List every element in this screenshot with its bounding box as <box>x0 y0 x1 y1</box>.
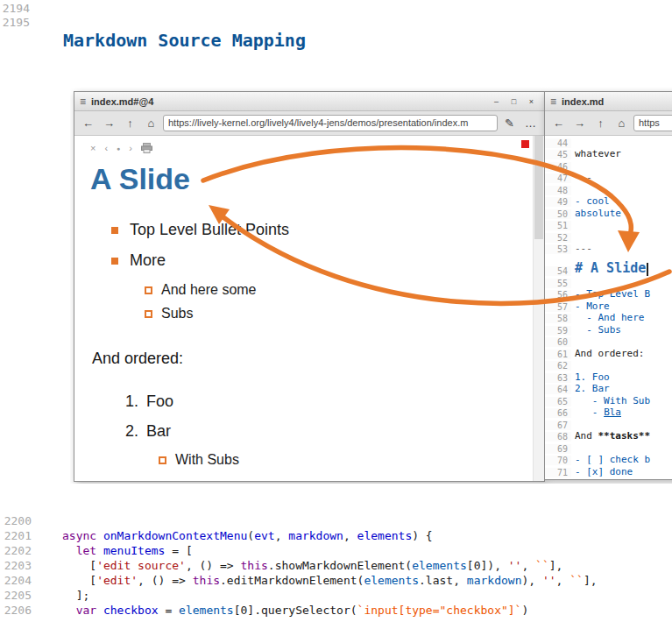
code-line[interactable]: 69 <box>545 442 672 454</box>
rendered-markdown-content: × ‹ ● › A Slide Top Level Bullet PointsM… <box>74 136 544 481</box>
prev-slide-icon[interactable]: ‹ <box>104 143 108 153</box>
code-line[interactable]: 50absolute <box>545 207 672 219</box>
code-token: var <box>76 604 96 617</box>
code-token: let <box>76 544 96 557</box>
code-line[interactable]: 70- [ ] check b <box>545 454 672 466</box>
slide: A Slide Top Level Bullet PointsMoreAnd h… <box>74 136 534 481</box>
window-titlebar[interactable]: ≡ index.md <box>545 92 672 111</box>
code-token: = [ <box>165 544 192 557</box>
code-line[interactable]: 2202 let menuItems = [ <box>0 543 672 558</box>
code-token: ) <box>521 604 528 617</box>
code-text: let menuItems = [ <box>36 543 193 558</box>
window-title: index.md <box>562 96 672 107</box>
line-number: 2206 <box>0 603 36 618</box>
slide-text: Subs <box>161 306 193 322</box>
up-icon[interactable]: ↑ <box>121 115 139 132</box>
code-line[interactable]: 2201async onMarkdownContextMenu(evt, mar… <box>0 528 672 543</box>
bullet-icon <box>145 286 152 294</box>
forward-icon[interactable]: → <box>570 115 589 132</box>
code-line[interactable]: 48 <box>545 183 672 195</box>
code-line[interactable]: 56- Top Level B <box>545 288 672 300</box>
line-number: 58 <box>545 314 571 323</box>
slide-text: With Subs <box>175 452 239 468</box>
code-token: , <box>521 559 535 572</box>
url-input[interactable]: https://lively-kernel.org/lively4/lively… <box>163 115 498 131</box>
code-text: ['edit', () => this.editMarkdownElement(… <box>36 573 598 588</box>
maximize-icon[interactable]: □ <box>506 95 521 108</box>
line-number: 46 <box>545 162 571 172</box>
javascript-code-editor[interactable]: 22002201async onMarkdownContextMenu(evt,… <box>0 513 672 618</box>
code-line[interactable]: 642. Bar <box>545 383 672 395</box>
up-icon[interactable]: ↑ <box>591 115 610 132</box>
code-token: , <box>343 529 357 542</box>
code-line[interactable]: 49- cool <box>545 195 672 208</box>
code-text: - cool <box>571 195 610 207</box>
code-line[interactable]: 45whatever <box>545 148 672 160</box>
home-icon[interactable]: ⌂ <box>612 115 631 132</box>
code-text: --- <box>571 243 592 254</box>
code-line[interactable]: 66 - Bla <box>545 406 672 419</box>
code-line[interactable]: 52 <box>545 230 672 243</box>
code-token: ]; <box>62 589 89 602</box>
code-line[interactable]: 65 - With Sub <box>545 394 672 406</box>
scrollbar[interactable] <box>533 136 544 481</box>
url-input[interactable]: https <box>633 115 672 131</box>
minimize-icon[interactable]: – <box>489 95 504 108</box>
forward-icon[interactable]: → <box>100 115 118 132</box>
code-token: And <box>575 430 598 442</box>
bullet-icon <box>159 456 166 464</box>
hamburger-menu-icon[interactable]: ≡ <box>550 96 556 107</box>
code-line[interactable]: 44 <box>545 136 672 148</box>
slide-text: Foo <box>146 392 173 411</box>
window-titlebar[interactable]: ≡ index.md#@4 – □ × <box>74 92 544 111</box>
next-slide-icon[interactable]: › <box>129 143 132 153</box>
line-number: 44 <box>545 138 571 148</box>
hamburger-menu-icon[interactable]: ≡ <box>80 96 86 107</box>
edit-pencil-icon[interactable]: ✎ <box>500 115 519 132</box>
slide-indicator-icon[interactable]: ● <box>117 145 120 152</box>
code-line[interactable]: 67 <box>545 418 672 430</box>
code-line[interactable]: 2203 ['edit source', () => this.showMark… <box>0 558 672 573</box>
code-line[interactable]: 57- More <box>545 300 672 312</box>
slide-list-item: More <box>111 251 534 270</box>
code-line[interactable]: 46 <box>545 159 672 172</box>
back-icon[interactable]: ← <box>79 115 97 132</box>
code-text: - With Sub <box>571 395 650 406</box>
back-icon[interactable]: ← <box>549 115 568 132</box>
line-number: 52 <box>545 233 571 243</box>
code-token: 'edit source' <box>96 559 186 572</box>
code-line[interactable]: 54# A Slide <box>545 254 672 276</box>
code-token: - And here <box>575 312 644 323</box>
code-line[interactable]: 71- [x] done <box>545 465 672 477</box>
code-line[interactable]: 58 - And here <box>545 312 672 324</box>
code-line[interactable]: 72- [ ] not don <box>545 477 672 480</box>
line-number: 61 <box>545 350 571 359</box>
code-line[interactable]: 68And **tasks** <box>545 430 672 442</box>
code-line[interactable]: 631. Foo <box>545 371 672 383</box>
code-token: checkbox <box>103 604 159 617</box>
more-options-icon[interactable]: … <box>521 115 540 132</box>
code-line[interactable]: 47--- <box>545 172 672 184</box>
code-line[interactable]: 2200 <box>0 513 672 528</box>
markdown-source-editor[interactable]: 4445whatever4647---4849- cool50absolute5… <box>545 136 672 479</box>
close-icon[interactable]: × <box>524 95 539 108</box>
code-line[interactable]: 2206 var checkbox = elements[0].querySel… <box>0 603 672 618</box>
code-line[interactable]: 51 <box>545 219 672 231</box>
close-presentation-icon[interactable]: × <box>90 143 95 153</box>
recording-indicator[interactable] <box>521 140 529 148</box>
code-line[interactable]: 62 <box>545 359 672 371</box>
code-line[interactable]: 2205 ]; <box>0 588 672 603</box>
line-number: 48 <box>545 186 571 195</box>
code-line[interactable]: 59 - Subs <box>545 323 672 336</box>
print-icon[interactable] <box>141 143 152 153</box>
home-icon[interactable]: ⌂ <box>142 115 160 132</box>
code-line[interactable]: 53--- <box>545 243 672 255</box>
scrollbar-thumb[interactable] <box>534 136 543 239</box>
code-token: evt <box>254 529 274 542</box>
code-text: ]; <box>36 588 89 603</box>
code-line[interactable]: 60 <box>545 336 672 348</box>
code-line[interactable]: 55 <box>545 276 672 288</box>
line-number: 56 <box>545 290 571 300</box>
code-line[interactable]: 61And ordered: <box>545 347 672 359</box>
code-line[interactable]: 2204 ['edit', () => this.editMarkdownEle… <box>0 573 672 588</box>
